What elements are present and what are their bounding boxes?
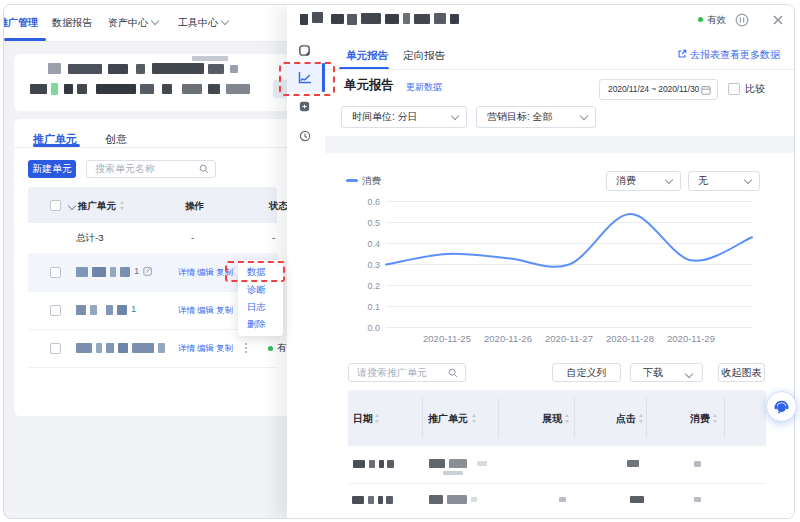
action-edit[interactable]: 编辑 xyxy=(197,305,214,317)
sort-icon[interactable] xyxy=(713,414,718,423)
tab-unit-report[interactable]: 单元报告 xyxy=(346,49,388,63)
row-checkbox[interactable] xyxy=(50,305,61,316)
total-action: - xyxy=(191,232,194,243)
row-checkbox[interactable] xyxy=(50,267,61,278)
nav-item-data-report[interactable]: 数据报告 xyxy=(52,5,92,41)
new-unit-button[interactable]: 新建单元 xyxy=(28,160,76,178)
date-range-picker[interactable]: 2020/11/24 ~ 2020/11/30 xyxy=(599,79,718,100)
action-detail[interactable]: 详情 xyxy=(178,305,195,317)
caret-up-icon xyxy=(639,414,643,417)
annotation-box-chart-icon xyxy=(279,62,335,96)
caret-down-icon xyxy=(713,420,717,423)
edit-name-icon[interactable] xyxy=(143,266,153,276)
report-search-input[interactable]: 请搜索推广单元 xyxy=(348,363,466,382)
chevron-down-icon xyxy=(451,112,459,120)
sort-icon[interactable] xyxy=(472,414,477,423)
redacted-cell xyxy=(368,496,374,504)
section-gap xyxy=(325,136,794,153)
caret-up-icon xyxy=(120,201,124,204)
more-data-link[interactable]: 去报表查看更多数据 xyxy=(677,48,780,62)
col-header-unit[interactable]: 推广单元 xyxy=(428,412,468,426)
browser-window: 推广管理 数据报告 资产中心 工具中心 xyxy=(3,4,795,519)
svg-text:2020-11-28: 2020-11-28 xyxy=(606,333,654,344)
select-dropdown-icon[interactable] xyxy=(68,202,76,210)
redacted-text xyxy=(226,84,250,94)
redacted-title xyxy=(385,14,399,24)
unit-name-suffix: 1 xyxy=(134,265,139,276)
sort-icon[interactable] xyxy=(565,414,570,423)
unit-search-input[interactable]: 搜索单元名称 xyxy=(86,160,216,178)
redacted-title xyxy=(414,14,430,24)
redacted-unit-name xyxy=(117,305,127,315)
status-dot xyxy=(268,346,273,351)
drawer-tabs-border xyxy=(325,69,794,70)
rail-item-history[interactable] xyxy=(287,121,324,150)
message-square-icon xyxy=(299,101,310,112)
redacted-cell xyxy=(477,461,487,466)
col-header-date[interactable]: 日期 xyxy=(353,412,373,426)
compare-checkbox[interactable] xyxy=(728,83,740,95)
caret-down-icon xyxy=(565,420,569,423)
redacted-text xyxy=(182,84,202,94)
action-detail[interactable]: 详情 xyxy=(178,267,195,279)
redacted-unit-name xyxy=(76,267,88,277)
redacted-cell xyxy=(447,495,467,504)
nav-item-promotion-manage[interactable]: 推广管理 xyxy=(3,5,38,41)
redacted-cell xyxy=(386,496,393,504)
redacted-title xyxy=(450,14,459,24)
rail-item-message[interactable] xyxy=(287,92,324,121)
menu-item-log[interactable]: 日志 xyxy=(238,298,283,316)
action-detail[interactable]: 详情 xyxy=(178,343,195,355)
drawer-titlebar: 有效 xyxy=(287,5,794,35)
sort-icon[interactable] xyxy=(375,414,380,423)
more-data-link-label: 去报表查看更多数据 xyxy=(690,49,780,60)
action-copy[interactable]: 复制 xyxy=(216,305,233,317)
close-icon[interactable] xyxy=(773,15,783,25)
action-edit[interactable]: 编辑 xyxy=(197,267,214,279)
time-unit-select[interactable]: 时间单位: 分日 xyxy=(341,106,467,128)
chevron-down-icon xyxy=(685,370,693,378)
rail-item-note[interactable] xyxy=(287,36,324,65)
menu-item-delete[interactable]: 删除 xyxy=(238,315,283,333)
nav-item-tool-center[interactable]: 工具中心 xyxy=(178,5,228,41)
col-header-clicks[interactable]: 点击 xyxy=(616,412,636,426)
caret-up-icon xyxy=(375,414,379,417)
refresh-data-link[interactable]: 更新数据 xyxy=(406,81,442,94)
column-divider xyxy=(574,398,575,438)
tab-creative[interactable]: 创意 xyxy=(105,132,127,147)
sort-icon[interactable] xyxy=(639,414,644,423)
svg-text:2020-11-29: 2020-11-29 xyxy=(667,333,715,344)
action-edit[interactable]: 编辑 xyxy=(197,343,214,355)
report-table-row[interactable] xyxy=(348,483,766,518)
select-all-checkbox[interactable] xyxy=(50,200,61,211)
column-divider xyxy=(422,398,423,438)
redacted-cell xyxy=(443,471,463,475)
row-checkbox[interactable] xyxy=(50,343,61,354)
download-button[interactable]: 下载 xyxy=(630,363,703,382)
customize-columns-button[interactable]: 自定义列 xyxy=(552,363,621,382)
action-copy[interactable]: 复制 xyxy=(216,343,233,355)
marketing-goal-text: 营销目标: 全部 xyxy=(487,107,553,127)
col-header-cost[interactable]: 消费 xyxy=(690,412,710,426)
redacted-text xyxy=(30,84,47,94)
menu-item-diagnose[interactable]: 诊断 xyxy=(238,281,283,299)
tab-targeting-report[interactable]: 定向报告 xyxy=(403,49,445,63)
status-dot xyxy=(698,17,703,22)
help-fab-button[interactable] xyxy=(766,391,797,422)
more-actions-trigger[interactable] xyxy=(245,343,248,355)
col-header-unit[interactable]: 推广单元 xyxy=(78,200,116,213)
redacted-cell xyxy=(630,496,644,503)
svg-text:2020-11-26: 2020-11-26 xyxy=(484,333,532,344)
external-link-icon xyxy=(677,49,687,59)
svg-text:0.6: 0.6 xyxy=(367,197,380,207)
nav-item-asset-center[interactable]: 资产中心 xyxy=(108,5,158,41)
collapse-chart-button[interactable]: 收起图表 xyxy=(718,363,765,382)
pause-circle-icon[interactable] xyxy=(735,13,749,27)
col-header-action: 操作 xyxy=(185,200,204,213)
marketing-goal-select[interactable]: 营销目标: 全部 xyxy=(476,106,596,128)
sort-icon[interactable] xyxy=(120,201,125,210)
redacted-title xyxy=(331,14,344,24)
report-table-row[interactable] xyxy=(348,446,766,484)
redacted-cell xyxy=(353,460,365,468)
col-header-impressions[interactable]: 展现 xyxy=(542,412,562,426)
